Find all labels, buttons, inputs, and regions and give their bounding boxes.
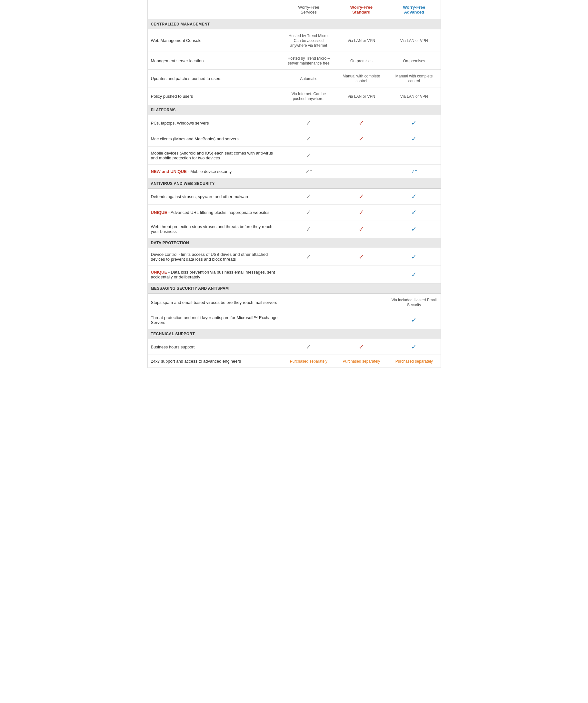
advanced-cell: Via LAN or VPN (388, 87, 440, 105)
table-row: Mac clients (iMacs and MacBooks) and ser… (148, 131, 441, 147)
check-icon: ✓ (359, 135, 364, 142)
check-icon: ✓ (306, 135, 311, 142)
check-icon: ✓ (306, 226, 311, 233)
table-row: Policy pushed to users Via Internet. Can… (148, 87, 441, 105)
table-row: Web threat protection stops viruses and … (148, 220, 441, 238)
table-row: Web Management Console Hosted by Trend M… (148, 29, 441, 52)
check-icon: ✓ (411, 271, 417, 278)
check-dot-icon: ✓•• (306, 169, 312, 174)
feature-label-prefix: UNIQUE (151, 210, 167, 215)
feature-label: Policy pushed to users (151, 94, 193, 99)
advanced-cell: On-premises (388, 52, 440, 70)
cell-text: On-premises (350, 59, 372, 63)
feature-cell: Stops spam and email-based viruses befor… (148, 294, 282, 311)
services-cell (282, 266, 335, 284)
header-services: Worry-Free Services (282, 0, 335, 19)
feature-cell: 24x7 support and access to advanced engi… (148, 355, 282, 368)
standard-cell (335, 165, 388, 179)
cell-text: Via Internet. Can be pushed anywhere. (291, 92, 326, 101)
cell-text: On-premises (403, 59, 425, 63)
check-icon: ✓ (411, 343, 417, 350)
standard-cell: Via LAN or VPN (335, 29, 388, 52)
services-cell: Hosted by Trend Micro – server maintenan… (282, 52, 335, 70)
check-icon: ✓ (359, 253, 364, 260)
services-cell: Via Internet. Can be pushed anywhere. (282, 87, 335, 105)
services-cell: ✓ (282, 205, 335, 220)
feature-label: Web threat protection stops viruses and … (151, 224, 272, 234)
feature-cell: Device control - limits access of USB dr… (148, 248, 282, 266)
cell-text: Via LAN or VPN (347, 94, 375, 99)
table-row: Management server location Hosted by Tre… (148, 52, 441, 70)
check-icon: ✓ (411, 316, 417, 324)
feature-label-suffix: - Advanced URL filtering blocks inapprop… (167, 210, 269, 215)
advanced-cell (388, 147, 440, 165)
services-cell: Purchased separately (282, 355, 335, 368)
standard-cell (335, 147, 388, 165)
standard-cell (335, 294, 388, 311)
table-row: Mobile devices (Android and iOS) each se… (148, 147, 441, 165)
advanced-cell: ✓ (388, 131, 440, 147)
feature-cell: Web threat protection stops viruses and … (148, 220, 282, 238)
check-icon: ✓ (411, 209, 417, 216)
advanced-cell: ✓ (388, 311, 440, 329)
check-icon: ✓ (306, 152, 311, 159)
section-header-antivirus: ANTIVIRUS AND WEB SECURITY (148, 179, 441, 189)
feature-cell: Management server location (148, 52, 282, 70)
table-row: Defends against viruses, spyware and oth… (148, 189, 441, 205)
standard-cell: ✓ (335, 205, 388, 220)
feature-cell: UNIQUE - Data loss prevention via busine… (148, 266, 282, 284)
advanced-cell: ✓ (388, 248, 440, 266)
services-cell: ✓ (282, 131, 335, 147)
feature-label: Management server location (151, 58, 204, 63)
feature-cell: Defends against viruses, spyware and oth… (148, 189, 282, 205)
table-row: Stops spam and email-based viruses befor… (148, 294, 441, 311)
advanced-cell: Via included Hosted Email Security (388, 294, 440, 311)
check-dot-blue-icon: ✓•• (411, 169, 417, 174)
standard-cell: ✓ (335, 220, 388, 238)
section-header-centralized-management: CENTRALIZED MANAGEMENT (148, 19, 441, 29)
feature-label: Defends against viruses, spyware and oth… (151, 194, 250, 199)
standard-cell (335, 311, 388, 329)
table-row: NEW and UNIQUE - Mobile device security … (148, 165, 441, 179)
check-icon: ✓ (411, 253, 417, 260)
feature-cell: Mac clients (iMacs and MacBooks) and ser… (148, 131, 282, 147)
advanced-cell: ✓ (388, 189, 440, 205)
feature-cell: Updates and patches pushed to users (148, 70, 282, 87)
feature-label: Mobile devices (Android and iOS) each se… (151, 151, 273, 160)
standard-cell: ✓ (335, 248, 388, 266)
header-standard: Worry-Free Standard (335, 0, 388, 19)
section-title: TECHNICAL SUPPORT (148, 329, 441, 339)
cell-text: Via LAN or VPN (400, 94, 428, 99)
feature-cell: Mobile devices (Android and iOS) each se… (148, 147, 282, 165)
feature-label: Updates and patches pushed to users (151, 76, 222, 81)
table-row: Updates and patches pushed to users Auto… (148, 70, 441, 87)
table-row: Device control - limits access of USB dr… (148, 248, 441, 266)
advanced-cell: Via LAN or VPN (388, 29, 440, 52)
standard-cell: ✓ (335, 131, 388, 147)
feature-label-prefix: NEW and UNIQUE (151, 169, 187, 174)
cell-text: Via LAN or VPN (400, 38, 428, 43)
advanced-cell: ✓ (388, 266, 440, 284)
feature-label-suffix: - Mobile device security (187, 169, 232, 174)
table-row: UNIQUE - Advanced URL filtering blocks i… (148, 205, 441, 220)
feature-label-prefix: UNIQUE (151, 270, 167, 275)
check-icon: ✓ (306, 343, 311, 350)
feature-label: Mac clients (iMacs and MacBooks) and ser… (151, 137, 239, 141)
section-title: PLATFORMS (148, 105, 441, 115)
feature-cell: PCs, laptops, Windows servers (148, 115, 282, 131)
section-header-technical-support: TECHNICAL SUPPORT (148, 329, 441, 339)
cell-text: Hosted by Trend Micro. Can be accessed a… (289, 33, 329, 48)
check-icon: ✓ (411, 193, 417, 200)
check-icon: ✓ (359, 343, 364, 350)
section-header-messaging: MESSAGING SECURITY AND ANTISPAM (148, 284, 441, 294)
feature-label: Business hours support (151, 344, 195, 349)
services-cell: Automatic (282, 70, 335, 87)
table-row: 24x7 support and access to advanced engi… (148, 355, 441, 368)
services-cell: ✓ (282, 115, 335, 131)
advanced-cell: Purchased separately (388, 355, 440, 368)
table-row: Threat protection and multi-layer antisp… (148, 311, 441, 329)
feature-label: Stops spam and email-based viruses befor… (151, 300, 277, 305)
check-icon: ✓ (359, 193, 364, 200)
cell-text: Via LAN or VPN (347, 38, 375, 43)
services-cell: ✓ (282, 189, 335, 205)
